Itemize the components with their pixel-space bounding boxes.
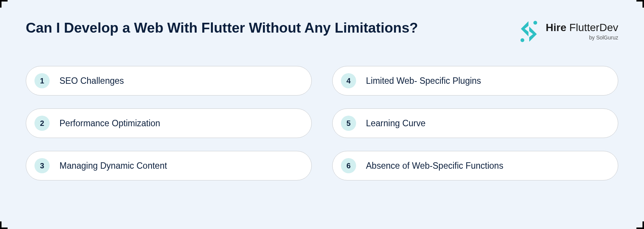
list-item: 3 Managing Dynamic Content bbox=[26, 151, 312, 180]
item-label: Absence of Web-Specific Functions bbox=[366, 161, 503, 171]
crop-mark-bl bbox=[0, 221, 8, 229]
item-label: Learning Curve bbox=[366, 118, 425, 129]
svg-marker-1 bbox=[521, 21, 528, 36]
crop-mark-tl bbox=[0, 0, 8, 8]
svg-marker-2 bbox=[529, 27, 537, 42]
svg-point-0 bbox=[533, 21, 537, 25]
list-item: 2 Performance Optimization bbox=[26, 108, 312, 138]
list-item: 6 Absence of Web-Specific Functions bbox=[332, 151, 618, 180]
crop-mark-br bbox=[636, 221, 644, 229]
brand-light: FlutterDev bbox=[569, 22, 618, 33]
brand-text: Hire FlutterDev by SolGuruz bbox=[546, 22, 618, 41]
list-item: 5 Learning Curve bbox=[332, 108, 618, 138]
item-number: 5 bbox=[341, 116, 356, 131]
item-number: 3 bbox=[34, 158, 50, 173]
crop-mark-tr bbox=[636, 0, 644, 8]
items-grid: 1 SEO Challenges 4 Limited Web- Specific… bbox=[26, 66, 618, 180]
code-arrows-icon bbox=[517, 20, 541, 43]
list-item: 1 SEO Challenges bbox=[26, 66, 312, 96]
item-number: 6 bbox=[341, 158, 356, 173]
item-number: 4 bbox=[341, 73, 356, 88]
brand-bold: Hire bbox=[546, 22, 566, 33]
list-item: 4 Limited Web- Specific Plugins bbox=[332, 66, 618, 96]
item-label: SEO Challenges bbox=[59, 76, 124, 86]
item-number: 1 bbox=[34, 73, 50, 88]
header: Can I Develop a Web With Flutter Without… bbox=[26, 20, 618, 43]
item-label: Limited Web- Specific Plugins bbox=[366, 76, 481, 86]
brand-title: Hire FlutterDev bbox=[546, 22, 618, 33]
page-title: Can I Develop a Web With Flutter Without… bbox=[26, 20, 418, 36]
svg-point-3 bbox=[521, 38, 524, 42]
brand-byline: by SolGuruz bbox=[589, 35, 618, 41]
item-label: Performance Optimization bbox=[59, 118, 160, 129]
item-label: Managing Dynamic Content bbox=[59, 161, 167, 171]
brand-logo: Hire FlutterDev by SolGuruz bbox=[517, 20, 618, 43]
item-number: 2 bbox=[34, 116, 50, 131]
